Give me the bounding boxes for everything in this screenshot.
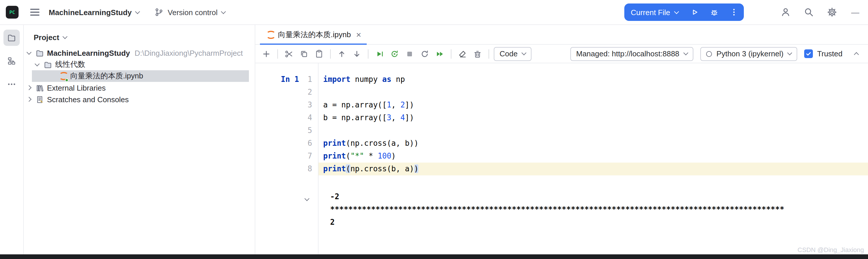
paste-cell-button[interactable] [313,47,326,60]
code-line[interactable]: print("*" * 100) [318,150,868,163]
server-selector[interactable]: Managed: http://localhost:8888 [570,47,693,61]
structure-tool-button[interactable] [3,53,20,69]
code-line[interactable] [318,124,868,137]
cut-cell-button[interactable] [283,47,295,60]
project-tool-button[interactable] [3,30,20,46]
chevron-up-icon [854,52,859,57]
structure-icon [7,56,16,66]
server-label: Managed: http://localhost:8888 [576,49,679,58]
code-line[interactable]: print(np.cross(b, a)) [318,163,868,175]
add-cell-button[interactable] [260,47,273,60]
move-cell-down-button[interactable] [350,47,363,60]
tab-title: 向量乘法的本质.ipynb [278,29,351,40]
expand-chevron-icon[interactable] [25,52,33,54]
settings-button[interactable] [825,5,839,19]
run-configuration-selector[interactable]: Current File [624,3,685,21]
line-number: 3 [255,99,312,112]
expand-chevron-icon[interactable] [33,64,41,65]
chevron-down-icon [305,196,310,201]
restart-kernel-button[interactable] [418,47,431,60]
watermark: CSDN @Ding_Jiaxiong [798,246,864,253]
clipboard-icon [314,49,324,58]
kernel-selector[interactable]: Python 3 (ipykernel) [700,47,798,61]
folder-icon [43,60,52,69]
tree-label: 线性代数 [55,59,85,70]
library-icon [35,83,44,92]
workspace: Project MachineLearningStudy D:\DingJiax… [0,25,868,254]
main-toolbar: PC MachineLearningStudy Version control … [0,0,868,25]
pycharm-logo: PC [6,6,19,19]
folder-icon [35,48,44,57]
stop-kernel-button[interactable] [403,47,416,60]
eraser-icon [458,49,467,58]
search-everywhere-button[interactable] [802,5,816,19]
code-line[interactable]: print(np.cross(a, b)) [318,137,868,150]
trash-icon [473,49,482,58]
project-selector-label: MachineLearningStudy [49,8,132,17]
jupyter-icon [58,71,67,81]
tree-label: MachineLearningStudy [47,49,130,57]
run-all-cells-button[interactable] [433,47,446,60]
run-button[interactable] [685,3,704,21]
close-tab-icon[interactable]: × [356,30,361,39]
move-cell-up-button[interactable] [335,47,348,60]
collapse-chevron-icon[interactable] [25,86,33,89]
code-line[interactable] [318,86,868,99]
code-line[interactable]: import numpy as np [318,73,868,86]
more-run-options-button[interactable] [724,3,744,21]
clear-outputs-button[interactable] [456,47,469,60]
minimize-window-button[interactable]: — [848,5,862,19]
gear-icon [827,7,837,18]
scissors-icon [284,49,293,58]
project-selector[interactable]: MachineLearningStudy [49,8,139,17]
tree-row-project-root[interactable]: MachineLearningStudy D:\DingJiaxiong\Pyc… [24,47,255,59]
output-line: 2 [330,216,868,229]
chevron-down-icon [683,51,688,55]
delete-cell-button[interactable] [471,47,484,60]
restart-and-run-all-button[interactable] [388,47,401,60]
bug-icon [710,7,719,17]
editor-tab-bar: 向量乘法的本质.ipynb × [255,25,868,45]
trusted-checkbox[interactable]: Trusted [804,49,842,58]
notebook-editor[interactable]: In 1 12345678 import numpy as np a = np.… [255,63,868,254]
main-menu-button[interactable] [28,5,42,19]
checkbox-checked-icon [804,49,813,58]
trusted-label: Trusted [817,49,842,58]
collapse-chevron-icon[interactable] [25,97,33,101]
code-line[interactable]: b = np.array([3, 4]) [318,112,868,124]
code-lines: import numpy as np a = np.array([1, 2])b… [318,73,868,175]
user-account-button[interactable] [779,5,793,19]
code-line[interactable]: a = np.array([1, 2]) [318,99,868,112]
more-tool-windows-button[interactable] [3,76,20,92]
kernel-status-icon [706,51,712,57]
notebook-toolbar: Code Managed: http://localhost:8888 Pyth… [255,45,868,63]
debug-button[interactable] [704,3,724,21]
plus-icon [262,49,271,58]
tree-row-notebook[interactable]: 向量乘法的本质.ipynb [24,70,255,82]
collapse-toolbar-button[interactable] [849,47,863,61]
line-number: 8 [255,163,312,175]
restart-run-icon [390,49,399,58]
project-panel: Project MachineLearningStudy D:\DingJiax… [24,25,255,254]
chevron-down-icon [787,51,792,55]
tab-notebook[interactable]: 向量乘法的本质.ipynb × [260,25,367,44]
tree-row-folder[interactable]: 线性代数 [24,59,255,70]
run-cell-button[interactable] [373,47,386,60]
tool-window-bar [0,25,24,254]
folder-icon [7,33,16,42]
cell-type-selector[interactable]: Code [494,47,531,61]
chevron-down-icon [135,9,140,14]
chevron-down-icon [674,9,679,14]
chevron-down-icon [221,9,226,14]
branch-icon [154,7,164,17]
tree-row-external-libraries[interactable]: External Libraries [24,82,255,93]
line-number: 5 [255,124,312,137]
output-line: -2 [330,191,868,203]
copy-cell-button[interactable] [298,47,310,60]
header-actions: — [779,5,862,19]
vcs-label: Version control [168,8,218,17]
vcs-widget[interactable]: Version control [154,7,225,17]
project-panel-header[interactable]: Project [24,25,255,47]
tree-row-scratches[interactable]: Scratches and Consoles [24,93,255,105]
collapse-output-button[interactable] [305,193,309,202]
